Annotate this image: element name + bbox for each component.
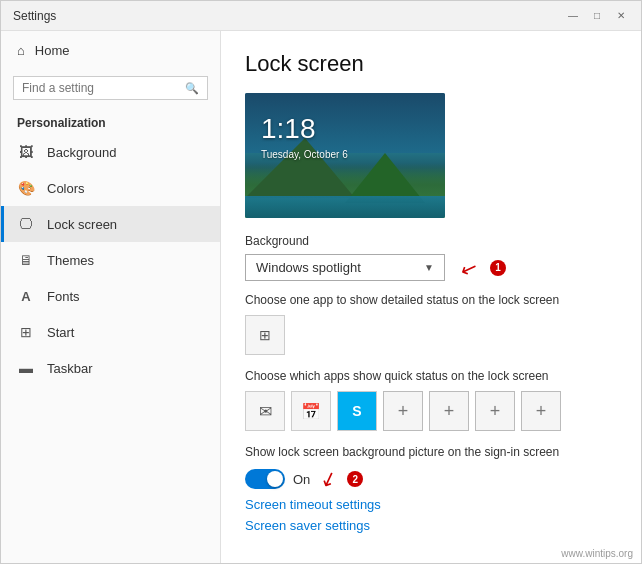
toggle-thumb [267,471,283,487]
step2-arrow: ↙ [317,465,341,493]
sign-in-toggle-row: On ↙ 2 [245,467,617,491]
colors-icon: 🎨 [17,179,35,197]
screen-timeout-link[interactable]: Screen timeout settings [245,497,617,512]
add-app-icon-3[interactable]: + [475,391,515,431]
watermark: www.wintips.org [561,548,633,559]
sidebar-item-label: Fonts [47,289,80,304]
add-app-icon-4[interactable]: + [521,391,561,431]
background-icon: 🖼 [17,143,35,161]
mail-app-icon[interactable]: ✉ [245,391,285,431]
sidebar-item-start[interactable]: ⊞ Start [1,314,220,350]
settings-window: Settings — □ ✕ ⌂ Home 🔍 Personalization … [0,0,642,564]
themes-icon: 🖥 [17,251,35,269]
background-dropdown-value: Windows spotlight [256,260,361,275]
titlebar: Settings — □ ✕ [1,1,641,31]
sign-in-toggle[interactable] [245,469,285,489]
start-icon: ⊞ [17,323,35,341]
taskbar-icon: ▬ [17,359,35,377]
sidebar-item-colors[interactable]: 🎨 Colors [1,170,220,206]
add-app-icon-2[interactable]: + [429,391,469,431]
fonts-icon: A [17,287,35,305]
step1-arrow: ↙ [457,253,481,281]
skype-icon: S [352,403,361,419]
preview-water [245,196,445,218]
mail-icon: ✉ [259,402,272,421]
main-content: ⌂ Home 🔍 Personalization 🖼 Background 🎨 … [1,31,641,563]
background-label: Background [245,234,617,248]
calendar-icon: 📅 [301,402,321,421]
personalization-label: Personalization [1,106,220,134]
sidebar-item-label: Taskbar [47,361,93,376]
quick-status-icons: ✉ 📅 S + + + + [245,391,617,431]
maximize-button[interactable]: □ [589,8,605,24]
page-title: Lock screen [245,51,617,77]
sidebar-item-lock-screen[interactable]: 🖵 Lock screen [1,206,220,242]
sidebar-item-home[interactable]: ⌂ Home [1,31,220,70]
screen-saver-link[interactable]: Screen saver settings [245,518,617,533]
detailed-status-app-icon[interactable]: ⊞ [245,315,285,355]
plus-icon-4: + [536,401,547,422]
sidebar-item-fonts[interactable]: A Fonts [1,278,220,314]
titlebar-controls: — □ ✕ [565,8,629,24]
step1-badge: 1 [490,260,506,276]
search-box[interactable]: 🔍 [13,76,208,100]
step2-badge: 2 [347,471,363,487]
quick-status-label: Choose which apps show quick status on t… [245,369,617,383]
plus-icon-2: + [444,401,455,422]
close-button[interactable]: ✕ [613,8,629,24]
skype-app-icon[interactable]: S [337,391,377,431]
sidebar-item-background[interactable]: 🖼 Background [1,134,220,170]
grid-icon: ⊞ [259,327,271,343]
plus-icon-3: + [490,401,501,422]
home-label: Home [35,43,70,58]
dropdown-arrow-icon: ▼ [424,262,434,273]
lock-date: Tuesday, October 6 [261,149,348,160]
lock-screen-preview: 1:18 Tuesday, October 6 [245,93,445,218]
sidebar-item-taskbar[interactable]: ▬ Taskbar [1,350,220,386]
plus-icon-1: + [398,401,409,422]
titlebar-title: Settings [13,9,56,23]
lock-screen-icon: 🖵 [17,215,35,233]
background-dropdown-row: Windows spotlight ▼ ↙ 1 [245,254,617,281]
sidebar-item-label: Background [47,145,116,160]
sidebar-item-label: Lock screen [47,217,117,232]
add-app-icon-1[interactable]: + [383,391,423,431]
preview-mountain1 [245,138,355,198]
toggle-label: On [293,472,310,487]
sign-in-label: Show lock screen background picture on t… [245,445,617,459]
sidebar-item-themes[interactable]: 🖥 Themes [1,242,220,278]
sidebar-item-label: Start [47,325,74,340]
sidebar: ⌂ Home 🔍 Personalization 🖼 Background 🎨 … [1,31,221,563]
sidebar-item-label: Colors [47,181,85,196]
search-icon: 🔍 [185,82,199,95]
background-dropdown[interactable]: Windows spotlight ▼ [245,254,445,281]
detailed-status-label: Choose one app to show detailed status o… [245,293,617,307]
minimize-button[interactable]: — [565,8,581,24]
home-icon: ⌂ [17,43,25,58]
calendar-app-icon[interactable]: 📅 [291,391,331,431]
main-panel: Lock screen 1:18 Tuesday, October 6 Back… [221,31,641,563]
search-input[interactable] [22,81,179,95]
lock-time: 1:18 [261,113,316,145]
detailed-status-icons: ⊞ [245,315,617,355]
sidebar-item-label: Themes [47,253,94,268]
